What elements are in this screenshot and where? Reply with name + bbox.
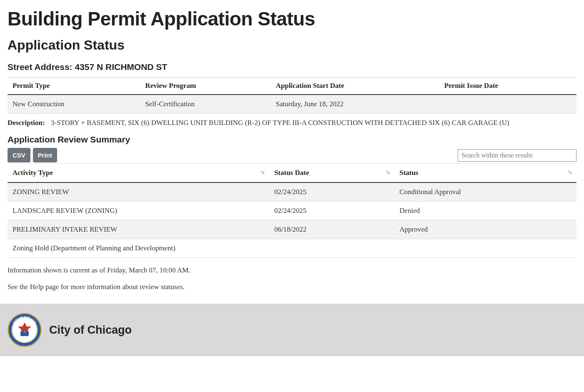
permit-header-start: Application Start Date [271,77,439,95]
review-table: Activity Type ↑↓ Status Date ↑↓ Status ↑… [8,163,576,258]
status-date-cell: 06/18/2022 [269,220,394,239]
review-header-date[interactable]: Status Date ↑↓ [269,164,394,183]
activity-type-cell: LANDSCAPE REVIEW (ZONING) [8,202,269,220]
permit-issue-date [439,95,576,114]
permit-row: New Construction Self-Certification Satu… [8,95,576,114]
street-address: Street Address: 4357 N RICHMOND ST [8,62,576,72]
csv-button[interactable]: CSV [8,148,30,162]
permit-header-program: Review Program [140,77,271,95]
permit-table: Permit Type Review Program Application S… [8,77,576,114]
hold-text: Zoning Hold (Department of Planning and … [8,239,576,258]
application-start-date: Saturday, June 18, 2022 [271,95,439,114]
search-input[interactable] [458,149,576,162]
activity-type-cell: PRELIMINARY INTAKE REVIEW [8,220,269,239]
review-header-activity[interactable]: Activity Type ↑↓ [8,164,269,183]
activity-type-cell: ZONING REVIEW [8,182,269,202]
description-value: 3-STORY + BASEMENT, SIX (6) DWELLING UNI… [51,119,509,127]
status-date-cell: 02/24/2025 [269,202,394,220]
sort-icon: ↑↓ [386,169,389,175]
svg-rect-5 [27,330,28,332]
footer-text: City of Chicago [49,324,132,337]
review-header-status-label: Status [399,169,418,177]
print-button[interactable]: Print [33,148,57,162]
sort-icon: ↑↓ [568,169,571,175]
status-date-cell: 02/24/2025 [269,182,394,202]
sort-icon: ↑↓ [261,169,264,175]
address-value: 4357 N RICHMOND ST [75,62,167,72]
footer: CITY OF CHICAGO INCORPORATED 4th MARCH 1… [0,304,584,356]
permit-header-issue: Permit Issue Date [439,77,576,95]
review-header-status[interactable]: Status ↑↓ [394,164,576,183]
status-cell: Conditional Approval [394,182,576,202]
description-row: Description: 3-STORY + BASEMENT, SIX (6)… [8,118,576,135]
review-row: PRELIMINARY INTAKE REVIEW 06/18/2022 App… [8,220,576,239]
status-cell: Approved [394,220,576,239]
review-row: LANDSCAPE REVIEW (ZONING) 02/24/2025 Den… [8,202,576,220]
subheading: Application Status [8,37,576,53]
review-row: ZONING REVIEW 02/24/2025 Conditional App… [8,182,576,202]
permit-header-type: Permit Type [8,77,140,95]
permit-type: New Construction [8,95,140,114]
hold-row: Zoning Hold (Department of Planning and … [8,239,576,258]
description-label: Description: [8,119,45,127]
review-header-activity-label: Activity Type [13,169,53,177]
info-current-as-of: Information shown is current as of Frida… [8,266,576,275]
review-summary-heading: Application Review Summary [8,135,576,145]
city-seal-icon: CITY OF CHICAGO INCORPORATED 4th MARCH 1… [8,313,42,347]
info-help: See the Help page for more information a… [8,283,576,291]
address-label: Street Address: [8,62,75,72]
status-cell: Denied [394,202,576,220]
review-program: Self-Certification [140,95,271,114]
toolbar: CSV Print [8,148,576,162]
svg-rect-3 [20,332,29,336]
page-title: Building Permit Application Status [8,7,576,30]
review-header-date-label: Status Date [274,169,309,177]
svg-rect-4 [21,330,23,332]
